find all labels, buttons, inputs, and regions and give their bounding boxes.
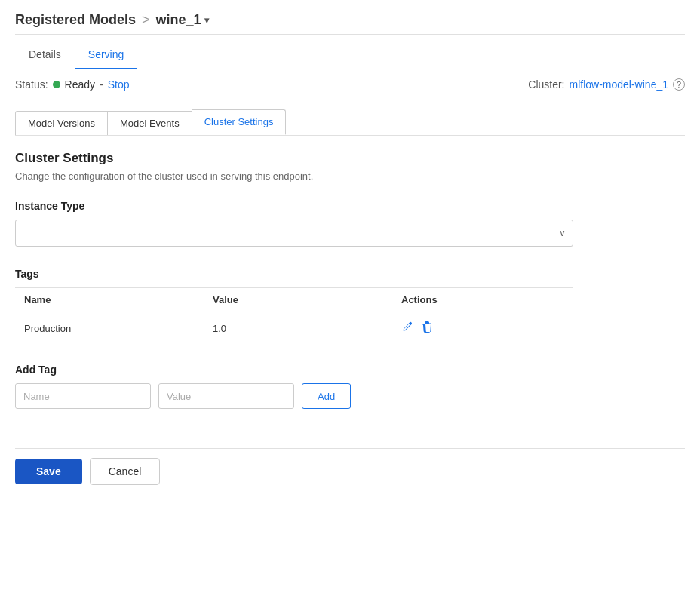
breadcrumb: Registered Models > wine_1 ▾ bbox=[15, 12, 209, 28]
breadcrumb-separator: > bbox=[142, 12, 150, 28]
cancel-button[interactable]: Cancel bbox=[90, 458, 161, 485]
status-left: Status: Ready - Stop bbox=[15, 78, 130, 91]
footer-buttons: Save Cancel bbox=[15, 448, 685, 500]
instance-type-section: Instance Type ∨ bbox=[15, 200, 685, 247]
tags-table: Name Value Actions Production 1.0 bbox=[15, 287, 573, 345]
tag-value-cell: 1.0 bbox=[204, 312, 392, 345]
tags-section: Tags Name Value Actions Production 1.0 bbox=[15, 268, 685, 345]
save-button[interactable]: Save bbox=[15, 459, 82, 484]
cluster-name-link[interactable]: mlflow-model-wine_1 bbox=[570, 78, 669, 91]
add-tag-row: Add bbox=[15, 383, 685, 409]
status-dot-icon bbox=[53, 81, 60, 88]
status-separator: - bbox=[100, 78, 103, 91]
action-icons bbox=[401, 321, 564, 336]
breadcrumb-parent[interactable]: Registered Models bbox=[15, 12, 136, 28]
tags-label: Tags bbox=[15, 268, 685, 280]
instance-type-select[interactable] bbox=[15, 220, 573, 247]
add-tag-name-input[interactable] bbox=[15, 383, 151, 409]
cluster-settings-desc: Change the configuration of the cluster … bbox=[15, 170, 685, 182]
subtab-cluster-settings[interactable]: Cluster Settings bbox=[192, 109, 287, 135]
col-header-actions: Actions bbox=[392, 288, 573, 312]
status-state: Ready bbox=[65, 78, 95, 91]
instance-type-label: Instance Type bbox=[15, 200, 685, 212]
edit-icon[interactable] bbox=[401, 321, 413, 336]
status-right: Cluster: mlflow-model-wine_1 ? bbox=[528, 78, 685, 91]
breadcrumb-current: wine_1 ▾ bbox=[156, 12, 209, 28]
subtab-model-versions[interactable]: Model Versions bbox=[15, 111, 108, 135]
cluster-settings-title: Cluster Settings bbox=[15, 151, 685, 166]
status-bar: Status: Ready - Stop Cluster: mlflow-mod… bbox=[15, 69, 685, 100]
cluster-settings-header: Cluster Settings Change the configuratio… bbox=[15, 151, 685, 182]
instance-type-wrapper: ∨ bbox=[15, 220, 573, 247]
sub-tabs: Model Versions Model Events Cluster Sett… bbox=[15, 100, 685, 136]
tag-name-cell: Production bbox=[15, 312, 204, 345]
stop-link[interactable]: Stop bbox=[108, 78, 130, 91]
col-header-name: Name bbox=[15, 288, 204, 312]
col-header-value: Value bbox=[204, 288, 392, 312]
tag-actions-cell bbox=[392, 312, 573, 345]
add-tag-value-input[interactable] bbox=[158, 383, 294, 409]
add-tag-button[interactable]: Add bbox=[302, 383, 351, 409]
header: Registered Models > wine_1 ▾ bbox=[15, 0, 685, 35]
main-tabs: Details Serving bbox=[15, 35, 685, 69]
tab-details[interactable]: Details bbox=[15, 41, 75, 69]
status-label: Status: bbox=[15, 78, 48, 91]
cluster-help-icon[interactable]: ? bbox=[673, 78, 685, 91]
cluster-label: Cluster: bbox=[528, 78, 564, 91]
table-row: Production 1.0 bbox=[15, 312, 573, 345]
tab-serving[interactable]: Serving bbox=[75, 41, 137, 69]
subtab-model-events[interactable]: Model Events bbox=[107, 111, 192, 135]
delete-icon[interactable] bbox=[421, 321, 433, 336]
main-content: Cluster Settings Change the configuratio… bbox=[15, 136, 685, 448]
add-tag-section: Add Tag Add bbox=[15, 364, 685, 409]
model-dropdown-icon[interactable]: ▾ bbox=[204, 15, 209, 26]
add-tag-label: Add Tag bbox=[15, 364, 685, 376]
